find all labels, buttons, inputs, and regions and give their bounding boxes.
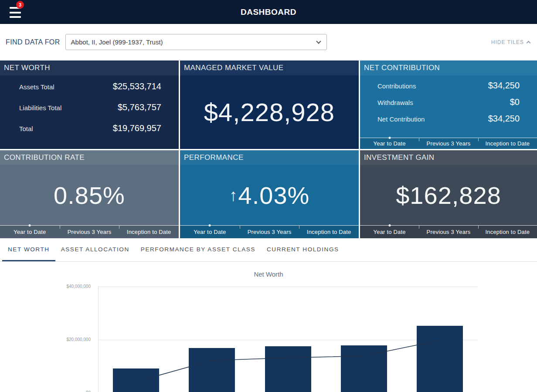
hide-tiles-button[interactable]: HIDE TILES xyxy=(491,39,530,45)
stat-value: $34,250 xyxy=(488,114,520,124)
period-tab-label: Inception to Date xyxy=(485,140,530,147)
period-tab-previous-3-years[interactable]: Previous 3 Years xyxy=(419,226,478,238)
stat-value: $5,763,757 xyxy=(118,102,161,112)
period-tab-label: Inception to Date xyxy=(127,229,171,235)
period-tab-label: Year to Date xyxy=(194,229,226,235)
tile-title: NET WORTH xyxy=(0,61,179,75)
tab-performance-by-asset-class[interactable]: PERFORMANCE BY ASSET CLASS xyxy=(135,238,261,261)
tab-current-holdings[interactable]: CURRENT HOLDINGS xyxy=(261,238,345,261)
chart-title: Net Worth xyxy=(0,270,537,278)
stat-label: Assets Total xyxy=(19,83,54,91)
period-tab-year-to-date[interactable]: Year to Date xyxy=(360,138,419,149)
net-worth-bar xyxy=(265,346,311,392)
period-tab-label: Previous 3 Years xyxy=(248,229,292,235)
period-tab-label: Previous 3 Years xyxy=(68,229,112,235)
net-worth-bar xyxy=(189,348,235,392)
period-tab-inception-to-date[interactable]: Inception to Date xyxy=(119,226,179,238)
stat-label: Contributions xyxy=(377,82,416,90)
client-select[interactable]: Abbot, II, Joel (999-1937, Trust) xyxy=(65,34,327,50)
find-data-bar: FIND DATA FOR Abbot, II, Joel (999-1937,… xyxy=(0,24,537,61)
page-title: DASHBOARD xyxy=(241,7,296,17)
stat-row: Contributions $34,250 xyxy=(377,81,520,91)
tab-net-worth[interactable]: NET WORTH xyxy=(2,238,55,261)
net-worth-bar xyxy=(113,368,159,392)
period-tab-inception-to-date[interactable]: Inception to Date xyxy=(478,138,537,149)
tile-value-wrap: 0.85% xyxy=(0,165,179,225)
menu-button[interactable]: 3 xyxy=(9,4,27,21)
selected-period-dot xyxy=(209,224,211,226)
net-worth-bar xyxy=(417,326,463,392)
notification-badge: 3 xyxy=(16,1,24,9)
period-tab-label: Inception to Date xyxy=(307,229,351,235)
tab-label: CURRENT HOLDINGS xyxy=(267,246,339,253)
period-tab-inception-to-date[interactable]: Inception to Date xyxy=(299,226,359,238)
y-axis-label: $0 xyxy=(38,390,91,392)
selected-period-dot xyxy=(388,137,391,139)
stat-label: Withdrawals xyxy=(377,99,413,106)
stat-row: Total $19,769,957 xyxy=(19,123,161,133)
period-tab-previous-3-years[interactable]: Previous 3 Years xyxy=(240,226,299,238)
contribution-rate-value: 0.85% xyxy=(54,181,125,210)
summary-tiles: NET WORTH Assets Total $25,533,714 Liabi… xyxy=(0,61,537,238)
net-worth-rows: Assets Total $25,533,714 Liabilities Tot… xyxy=(0,75,179,133)
period-tab-label: Year to Date xyxy=(14,229,46,235)
period-tab-year-to-date[interactable]: Year to Date xyxy=(180,226,240,238)
tab-label: NET WORTH xyxy=(8,246,50,253)
hide-tiles-label: HIDE TILES xyxy=(491,39,524,45)
tab-asset-allocation[interactable]: ASSET ALLOCATION xyxy=(55,238,135,261)
period-tab-bar: Year to Date Previous 3 Years Inception … xyxy=(360,225,537,238)
period-tab-label: Year to Date xyxy=(374,140,406,147)
selected-period-dot xyxy=(388,224,391,226)
period-tab-bar: Year to Date Previous 3 Years Inception … xyxy=(180,225,359,238)
tile-value-wrap: $4,228,928 xyxy=(180,75,359,149)
dashboard-page: 3 DASHBOARD FIND DATA FOR Abbot, II, Joe… xyxy=(0,0,537,392)
tab-label: ASSET ALLOCATION xyxy=(61,246,129,253)
find-data-label: FIND DATA FOR xyxy=(6,38,60,46)
performance-percent: 4.03% xyxy=(238,182,310,209)
stat-value: $19,769,957 xyxy=(113,123,161,133)
tile-title: CONTRIBUTION RATE xyxy=(0,150,179,165)
period-tab-label: Inception to Date xyxy=(485,229,530,235)
tile-title: PERFORMANCE xyxy=(180,150,359,165)
y-axis-label: $20,000,000 xyxy=(38,337,91,342)
tile-managed-market-value[interactable]: MANAGED MARKET VALUE $4,228,928 xyxy=(180,61,359,149)
period-tab-bar: Year to Date Previous 3 Years Inception … xyxy=(360,138,537,149)
net-worth-bar xyxy=(341,345,387,392)
client-select-value: Abbot, II, Joel (999-1937, Trust) xyxy=(71,38,163,46)
tile-performance[interactable]: PERFORMANCE ↑4.03% Year to Date Previous… xyxy=(180,150,359,238)
tile-title: INVESTMENT GAIN xyxy=(360,150,537,165)
tile-net-worth[interactable]: NET WORTH Assets Total $25,533,714 Liabi… xyxy=(0,61,179,149)
tab-label: PERFORMANCE BY ASSET CLASS xyxy=(141,246,255,253)
tile-net-contribution[interactable]: NET CONTRIBUTION Contributions $34,250 W… xyxy=(360,61,537,149)
stat-row: Liabilities Total $5,763,757 xyxy=(19,102,161,112)
period-tab-previous-3-years[interactable]: Previous 3 Years xyxy=(419,138,478,149)
period-tab-year-to-date[interactable]: Year to Date xyxy=(360,226,419,238)
up-arrow-icon: ↑ xyxy=(229,186,238,204)
managed-market-value: $4,228,928 xyxy=(204,98,335,127)
tile-value-wrap: ↑4.03% xyxy=(180,165,359,225)
period-tab-year-to-date[interactable]: Year to Date xyxy=(0,226,60,238)
tile-contribution-rate[interactable]: CONTRIBUTION RATE 0.85% Year to Date Pre… xyxy=(0,150,179,238)
stat-label: Total xyxy=(19,125,33,132)
stat-label: Liabilities Total xyxy=(19,104,61,112)
performance-value: ↑4.03% xyxy=(229,181,310,210)
net-contribution-rows: Contributions $34,250 Withdrawals $0 Net… xyxy=(360,75,537,124)
period-tab-label: Year to Date xyxy=(374,229,406,235)
investment-gain-value: $162,828 xyxy=(396,181,501,210)
net-worth-chart: Net Worth $40,000,000$20,000,000$0 xyxy=(0,262,537,392)
stat-value: $25,533,714 xyxy=(113,81,161,91)
stat-row: Withdrawals $0 xyxy=(377,97,520,107)
stat-value: $0 xyxy=(510,97,520,107)
gridline xyxy=(98,287,478,287)
stat-label: Net Contribution xyxy=(377,115,425,123)
tile-investment-gain[interactable]: INVESTMENT GAIN $162,828 Year to Date Pr… xyxy=(360,150,537,238)
tile-title: NET CONTRIBUTION xyxy=(360,61,537,75)
period-tab-label: Previous 3 Years xyxy=(427,229,471,235)
period-tab-inception-to-date[interactable]: Inception to Date xyxy=(478,226,537,238)
period-tab-previous-3-years[interactable]: Previous 3 Years xyxy=(60,226,119,238)
period-tab-label: Previous 3 Years xyxy=(427,140,471,147)
y-axis-line xyxy=(98,287,99,392)
stat-row: Net Contribution $34,250 xyxy=(377,114,520,124)
y-axis-label: $40,000,000 xyxy=(38,284,91,289)
chevron-up-icon xyxy=(527,41,531,45)
